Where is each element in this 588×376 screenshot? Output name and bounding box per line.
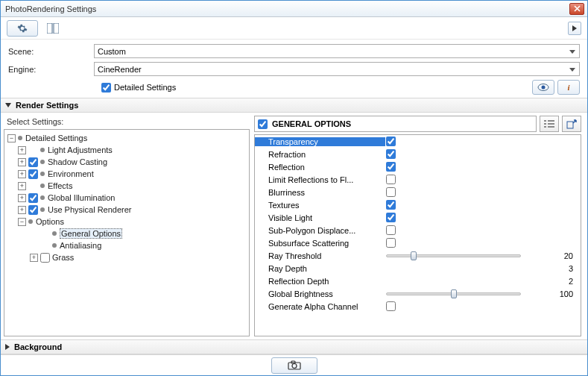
option-checkbox[interactable] (386, 225, 396, 235)
option-row[interactable]: Reflection Depth2 (255, 275, 581, 287)
tree-toggle[interactable]: + (18, 206, 26, 214)
tree-toggle[interactable]: − (18, 218, 26, 226)
export-button[interactable] (562, 116, 581, 132)
layout-icon-button[interactable] (45, 21, 60, 36)
panel-enable-checkbox[interactable] (258, 119, 268, 129)
chevron-right-icon (5, 344, 10, 350)
option-value[interactable]: 3 (528, 264, 573, 273)
tree-row[interactable]: +Light Adjustments (6, 144, 247, 156)
preview-eye-button[interactable] (532, 80, 554, 95)
tree-toggle[interactable]: + (18, 146, 26, 154)
tree-toggle[interactable]: + (18, 182, 26, 190)
option-checkbox[interactable] (386, 175, 396, 184)
close-button[interactable] (569, 3, 584, 15)
engine-label: Engine: (8, 65, 94, 74)
tree-toggle[interactable]: + (18, 194, 26, 202)
option-row[interactable]: Limit Reflections to Fl... (255, 173, 581, 186)
scene-dropdown[interactable]: Custom (94, 44, 580, 58)
option-checkbox[interactable] (386, 187, 396, 197)
bullet-icon (40, 160, 45, 164)
option-checkbox[interactable] (386, 238, 396, 248)
engine-value: CineRender (98, 65, 142, 74)
option-name: Ray Threshold (255, 251, 386, 260)
tree-checkbox[interactable] (28, 157, 38, 167)
option-checkbox[interactable] (386, 149, 396, 159)
engine-dropdown[interactable]: CineRender (94, 62, 580, 76)
option-row[interactable]: Subsurface Scattering (255, 236, 581, 249)
tree-row[interactable]: +Grass (6, 251, 247, 263)
tree-checkbox[interactable] (28, 193, 38, 203)
tree-row[interactable]: +Effects (6, 180, 247, 192)
option-checkbox[interactable] (386, 200, 396, 210)
option-name: Visible Light (255, 213, 386, 222)
tree-label: Detailed Settings (25, 134, 87, 142)
layout-icon (47, 23, 59, 34)
option-value[interactable]: 2 (528, 277, 573, 286)
option-row[interactable]: Ray Depth3 (255, 262, 581, 275)
render-button[interactable] (271, 357, 317, 374)
bullet-icon (40, 195, 45, 200)
bullet-icon (40, 148, 45, 152)
settings-gear-button[interactable] (7, 20, 38, 37)
detailed-settings-label[interactable]: Detailed Settings (114, 83, 176, 92)
tree-toggle[interactable]: + (30, 254, 38, 262)
option-row[interactable]: Global Brightness100 (255, 287, 581, 300)
option-checkbox[interactable] (386, 162, 396, 172)
option-control (386, 200, 581, 210)
option-row[interactable]: Textures (255, 198, 581, 211)
tree-row[interactable]: General Options (6, 228, 247, 239)
option-row[interactable]: Generate Alpha Channel (255, 300, 581, 313)
bullet-icon (18, 136, 22, 140)
tree-row[interactable]: +Global Illumination (6, 192, 247, 204)
option-row[interactable]: Transparency (255, 135, 581, 148)
tree-row[interactable]: +Environment (6, 168, 247, 180)
tree-row[interactable]: Antialiasing (6, 239, 247, 251)
tree-row[interactable]: −Detailed Settings (6, 132, 247, 144)
option-row[interactable]: Ray Threshold20 (255, 249, 581, 262)
tree-toggle[interactable]: + (18, 170, 26, 178)
option-row[interactable]: Reflection (255, 160, 581, 173)
option-control (386, 187, 581, 197)
svg-rect-4 (544, 120, 546, 122)
option-checkbox[interactable] (386, 137, 396, 146)
option-checkbox[interactable] (386, 213, 396, 222)
option-name: Reflection (255, 163, 386, 172)
tree-checkbox[interactable] (28, 205, 38, 215)
option-row[interactable]: Refraction (255, 148, 581, 160)
option-row[interactable]: Blurriness (255, 186, 581, 198)
option-slider[interactable] (386, 254, 521, 257)
detailed-settings-checkbox[interactable] (101, 83, 111, 93)
option-slider[interactable] (386, 292, 521, 295)
bullet-icon (40, 172, 45, 176)
tree-label: Antialiasing (60, 241, 101, 250)
option-name: Sub-Polygon Displace... (255, 226, 386, 235)
info-button[interactable]: i (557, 80, 580, 95)
settings-tree: −Detailed Settings+Light Adjustments+Sha… (4, 129, 250, 336)
bullet-icon (52, 243, 57, 248)
bullet-icon (52, 231, 57, 236)
tree-row[interactable]: +Shadow Casting (6, 156, 247, 168)
list-icon (544, 119, 554, 128)
gear-icon (17, 23, 28, 34)
option-row[interactable]: Visible Light (255, 211, 581, 224)
tree-checkbox[interactable] (28, 169, 38, 179)
expand-button[interactable] (568, 22, 581, 35)
option-name: Subsurface Scattering (255, 239, 386, 248)
option-value: 100 (528, 289, 573, 298)
background-header[interactable]: Background (1, 339, 587, 354)
option-name: Refraction (255, 150, 386, 159)
list-mode-button[interactable] (540, 116, 559, 132)
options-grid: TransparencyRefractionReflectionLimit Re… (254, 134, 581, 336)
render-settings-header[interactable]: Render Settings (1, 98, 587, 113)
tree-checkbox[interactable] (40, 253, 50, 263)
tree-toggle[interactable]: + (18, 158, 26, 166)
tree-label: Effects (48, 181, 72, 190)
option-checkbox[interactable] (386, 301, 396, 311)
tree-row[interactable]: −Options (6, 216, 247, 228)
option-control (386, 175, 581, 184)
option-control (386, 149, 581, 159)
tree-toggle[interactable]: − (7, 134, 16, 142)
option-row[interactable]: Sub-Polygon Displace... (255, 224, 581, 236)
tree-label: Shadow Casting (48, 157, 107, 166)
tree-row[interactable]: +Use Physical Renderer (6, 204, 247, 216)
